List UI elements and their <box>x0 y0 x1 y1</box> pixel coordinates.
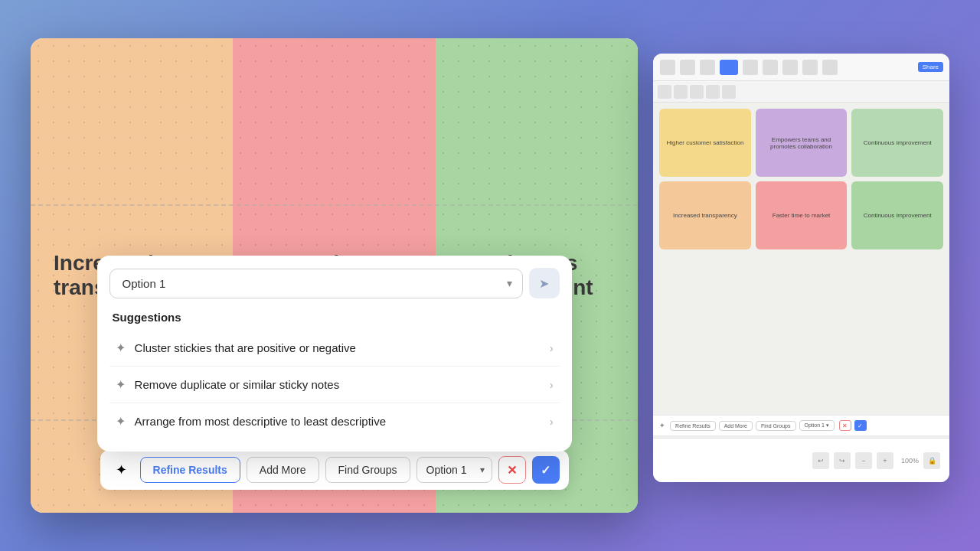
zoom-level: 100% <box>901 457 919 465</box>
nav-icon-5 <box>722 85 736 99</box>
mini-sticky-6: Continuous improvement <box>851 181 943 249</box>
suggestion-item-2[interactable]: ✦ Remove duplicate or similar sticky not… <box>109 367 560 403</box>
send-button[interactable]: ➤ <box>529 268 560 298</box>
sparkle-icon-3: ✦ <box>116 414 126 429</box>
mini-sticky-5: Faster time to market <box>756 181 848 249</box>
mini-find-groups-button[interactable]: Find Groups <box>756 421 796 431</box>
app-icon-1 <box>660 60 675 75</box>
ai-toolbar: ✦ Refine Results Add More Find Groups Op… <box>100 450 569 490</box>
dashed-divider-top <box>31 204 638 206</box>
chevron-right-icon-1: › <box>550 342 554 354</box>
confirm-icon: ✓ <box>541 463 550 478</box>
suggestion-2-text: Remove duplicate or similar sticky notes <box>135 378 340 391</box>
suggestion-1-left: ✦ Cluster stickies that are positive or … <box>116 341 356 355</box>
mini-sticky-1: Higher customer satisfaction <box>659 109 751 177</box>
app-icon-8 <box>802 60 818 75</box>
mini-sticky-3: Continuous improvement <box>851 109 943 177</box>
nav-icon-3 <box>690 85 704 99</box>
suggestions-heading: Suggestions <box>109 311 560 324</box>
app-topbar: Share <box>653 54 949 81</box>
refine-results-button[interactable]: Refine Results <box>140 457 240 483</box>
suggestion-3-left: ✦ Arrange from most descriptive to least… <box>116 414 386 429</box>
app-nav-row <box>653 81 949 103</box>
mini-cancel-icon[interactable]: ✕ <box>839 420 851 431</box>
dropdown-header: Option 1 ▾ ➤ <box>109 268 560 298</box>
toolbar-option-wrapper[interactable]: Option 1 <box>416 457 492 483</box>
nav-icon-2 <box>674 85 688 99</box>
mini-sticky-2: Empowers teams and promotes collaboratio… <box>756 109 848 177</box>
redo-icon[interactable]: ↪ <box>834 452 851 469</box>
nav-icon-1 <box>658 85 671 99</box>
zoom-out-icon[interactable]: − <box>855 452 872 469</box>
suggestion-item-1[interactable]: ✦ Cluster stickies that are positive or … <box>109 330 560 367</box>
add-more-button[interactable]: Add More <box>247 457 319 483</box>
mini-confirm-icon[interactable]: ✓ <box>854 420 867 431</box>
ai-sparkle-icon: ✦ <box>109 458 134 482</box>
mini-ai-icon: ✦ <box>659 422 665 429</box>
suggestion-2-left: ✦ Remove duplicate or similar sticky not… <box>116 377 340 392</box>
app-icon-9 <box>822 60 838 75</box>
nav-icon-4 <box>706 85 720 99</box>
chevron-right-icon-2: › <box>550 379 554 391</box>
suggestion-1-text: Cluster stickies that are positive or ne… <box>135 341 356 354</box>
chevron-right-icon-3: › <box>550 416 554 428</box>
mini-bottom-toolbar: ✦ Refine Results Add More Find Groups Op… <box>653 415 949 436</box>
option-select-wrapper[interactable]: Option 1 ▾ <box>109 269 523 298</box>
mini-add-more-button[interactable]: Add More <box>719 421 753 431</box>
cancel-button[interactable]: ✕ <box>498 456 526 484</box>
ai-dropdown-panel: Option 1 ▾ ➤ Suggestions ✦ Cluster stick… <box>97 256 572 452</box>
mini-stickies-grid: Higher customer satisfaction Empowers te… <box>653 103 949 256</box>
app-icon-5 <box>743 60 758 75</box>
app-icon-2 <box>680 60 695 75</box>
option-select[interactable]: Option 1 <box>109 269 523 298</box>
suggestion-3-text: Arrange from most descriptive to least d… <box>135 415 386 428</box>
confirm-button[interactable]: ✓ <box>532 456 560 484</box>
main-whiteboard: Increased transparency Faster time to ma… <box>31 38 638 513</box>
lock-icon[interactable]: 🔒 <box>923 452 940 469</box>
sparkle-icon-2: ✦ <box>116 377 126 392</box>
app-icon-6 <box>763 60 778 75</box>
toolbar-option-select[interactable]: Option 1 <box>416 457 492 483</box>
mini-option-button[interactable]: Option 1 ▾ <box>799 420 835 431</box>
find-groups-button[interactable]: Find Groups <box>325 457 410 483</box>
mini-sticky-4: Increased transparency <box>659 181 751 249</box>
app-footer-bar: ↩ ↪ − + 100% 🔒 <box>653 438 949 482</box>
send-icon: ➤ <box>539 276 549 291</box>
mini-refine-button[interactable]: Refine Results <box>670 421 716 431</box>
share-button[interactable]: Share <box>918 62 943 72</box>
app-icon-7 <box>782 60 798 75</box>
mini-app-window: Share Higher customer satisfaction Empow… <box>653 54 949 482</box>
suggestion-item-3[interactable]: ✦ Arrange from most descriptive to least… <box>109 403 560 439</box>
app-icon-4 <box>720 60 738 75</box>
cancel-icon: ✕ <box>507 463 517 478</box>
sparkle-icon-1: ✦ <box>116 341 126 355</box>
undo-icon[interactable]: ↩ <box>812 452 829 469</box>
app-icon-3 <box>700 60 715 75</box>
zoom-in-icon[interactable]: + <box>877 452 893 469</box>
